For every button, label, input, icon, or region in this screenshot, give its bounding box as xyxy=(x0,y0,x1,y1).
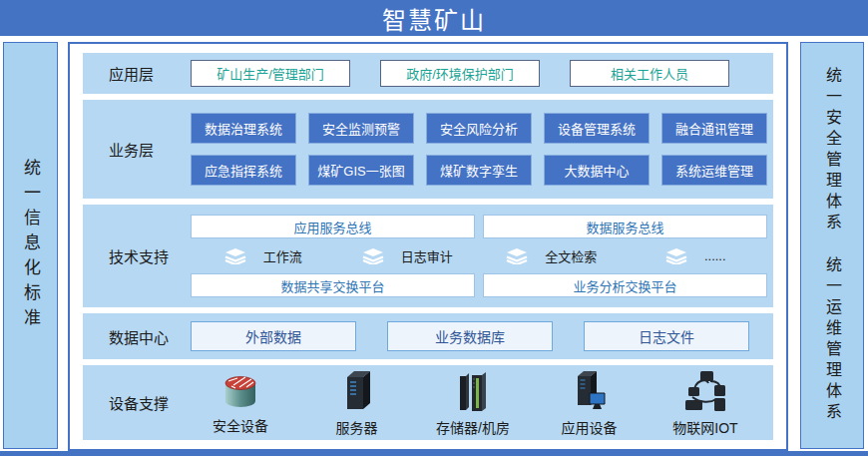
business-layer-label: 业务层 xyxy=(83,139,191,160)
middleware-fulltext-search: 全文检索 xyxy=(479,246,624,265)
equipment-layer-label: 设备支撑 xyxy=(83,392,191,413)
data-center-boxes: 外部数据 业务数据库 日志文件 xyxy=(191,321,749,351)
data-box-external-data: 外部数据 xyxy=(191,321,356,351)
layers-icon xyxy=(361,247,385,264)
business-box-comms-management: 融合通讯管理 xyxy=(661,113,767,144)
layer-row-tech-support: 技术支持 应用服务总线 数据服务总线 工作流 xyxy=(83,205,773,307)
business-box-data-governance: 数据治理系统 xyxy=(191,113,296,144)
layers-icon xyxy=(223,247,247,264)
business-box-big-data-center: 大数据中心 xyxy=(544,155,650,186)
data-service-bus: 数据服务总线 xyxy=(483,215,767,238)
smart-mine-architecture-diagram: 智慧矿山 统一信息化标准 统一安全管理体系 统一运维管理体系 应用层 矿山生产/… xyxy=(0,0,868,456)
middleware-row: 工作流 日志审计 全文检索 xyxy=(191,246,767,265)
layer-row-application: 应用层 矿山生产/管理部门 政府/环境保护部门 相关工作人员 xyxy=(83,53,773,94)
equipment-items: 安全设备 服务器 xyxy=(191,369,755,437)
data-box-business-db: 业务数据库 xyxy=(387,321,553,351)
right-sidebar-label-security: 统一安全管理体系 xyxy=(820,67,844,234)
business-box-device-management: 设备管理系统 xyxy=(544,113,650,144)
equipment-label: 服务器 xyxy=(336,417,378,437)
firewall-icon xyxy=(216,369,265,413)
equipment-iot: 物联网IOT xyxy=(655,369,755,437)
data-box-log-files: 日志文件 xyxy=(584,321,749,351)
data-center-layer-label: 数据中心 xyxy=(83,326,191,347)
business-box-ops-management: 系统运维管理 xyxy=(661,155,767,186)
middleware-label: 全文检索 xyxy=(545,246,597,265)
bottom-border-strip xyxy=(0,451,868,456)
app-device-icon xyxy=(569,369,611,415)
left-sidebar-label: 统一信息化标准 xyxy=(18,159,43,333)
layers-icon xyxy=(505,247,529,264)
layer-row-data-center: 数据中心 外部数据 业务数据库 日志文件 xyxy=(83,313,773,359)
application-layer-label: 应用层 xyxy=(83,63,191,84)
equipment-label: 安全设备 xyxy=(213,415,268,435)
equipment-label: 物联网IOT xyxy=(672,417,737,437)
equipment-application-device: 应用设备 xyxy=(540,369,640,437)
business-box-safety-monitoring: 安全监测预警 xyxy=(308,113,414,144)
application-box-related-staff: 相关工作人员 xyxy=(570,60,729,87)
middleware-label: 工作流 xyxy=(263,246,302,265)
middleware-workflow: 工作流 xyxy=(191,246,335,265)
storage-rack-icon xyxy=(452,369,494,415)
banner: 智慧矿山 xyxy=(0,0,868,36)
application-box-government: 政府/环境保护部门 xyxy=(380,60,540,87)
right-sidebar-label-ops: 统一运维管理体系 xyxy=(820,256,844,424)
equipment-server: 服务器 xyxy=(307,369,407,437)
equipment-storage-room: 存储器/机房 xyxy=(423,369,523,437)
business-boxes: 数据治理系统 安全监测预警 安全风险分析 设备管理系统 融合通讯管理 应急指挥系… xyxy=(191,113,767,186)
page-title: 智慧矿山 xyxy=(382,1,486,36)
business-box-digital-twin: 煤矿数字孪生 xyxy=(426,155,532,186)
app-service-bus: 应用服务总线 xyxy=(191,215,475,238)
server-icon xyxy=(337,369,377,415)
iot-network-icon xyxy=(680,369,730,415)
right-sidebar: 统一安全管理体系 统一运维管理体系 xyxy=(800,42,864,449)
data-sharing-platform: 数据共享交换平台 xyxy=(191,273,475,297)
left-sidebar: 统一信息化标准 xyxy=(3,42,58,449)
tech-support-content: 应用服务总线 数据服务总线 工作流 日志审计 xyxy=(191,215,767,297)
application-box-mine-production: 矿山生产/管理部门 xyxy=(191,60,350,87)
business-box-emergency-command: 应急指挥系统 xyxy=(191,155,296,186)
layers-icon xyxy=(664,247,688,264)
middleware-label: ...... xyxy=(704,248,726,263)
equipment-label: 存储器/机房 xyxy=(436,417,510,437)
tech-support-layer-label: 技术支持 xyxy=(83,245,191,266)
equipment-security-device: 安全设备 xyxy=(191,369,290,437)
equipment-label: 应用设备 xyxy=(562,417,618,437)
exchange-platforms: 数据共享交换平台 业务分析交换平台 xyxy=(191,273,767,297)
middleware-log-audit: 日志审计 xyxy=(335,246,480,265)
middleware-label: 日志审计 xyxy=(401,246,453,265)
business-box-risk-analysis: 安全风险分析 xyxy=(426,113,532,144)
layer-row-equipment: 设备支撑 xyxy=(83,365,773,440)
business-box-gis-map: 煤矿GIS一张图 xyxy=(308,155,414,186)
application-boxes: 矿山生产/管理部门 政府/环境保护部门 相关工作人员 xyxy=(191,60,729,87)
main-panel: 应用层 矿山生产/管理部门 政府/环境保护部门 相关工作人员 业务层 数据治理系… xyxy=(68,42,788,451)
layer-row-business: 业务层 数据治理系统 安全监测预警 安全风险分析 设备管理系统 融合通讯管理 应… xyxy=(83,100,773,199)
service-buses: 应用服务总线 数据服务总线 xyxy=(191,215,767,238)
middleware-more: ...... xyxy=(624,247,768,264)
business-analysis-platform: 业务分析交换平台 xyxy=(483,273,767,297)
